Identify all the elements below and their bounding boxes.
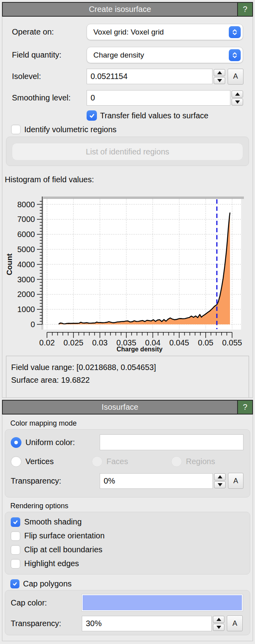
cap-polygons-checkbox[interactable]	[10, 579, 19, 588]
uniform-color-label: Uniform color:	[25, 438, 75, 447]
arrow-down-icon[interactable]	[232, 98, 243, 106]
x-axis-title: Charge density	[117, 346, 163, 353]
regions-option: Regions	[171, 456, 215, 467]
highlight-edges-checkbox[interactable]	[11, 559, 20, 569]
transparency-spinner	[214, 473, 226, 488]
animate-parameter-button[interactable]: A	[228, 69, 243, 85]
x-tick-label: 0.055	[222, 338, 242, 347]
help-button[interactable]: ?	[237, 3, 252, 16]
y-tick-label: 5000	[17, 245, 35, 254]
arrow-down-icon[interactable]	[214, 481, 226, 488]
vertices-option: Vertices	[11, 456, 92, 467]
faces-radio	[92, 456, 102, 467]
vertices-radio[interactable]	[11, 456, 21, 467]
panel-body: Color mapping mode Uniform color: Vertic…	[2, 415, 253, 641]
uniform-color-row: Uniform color:	[11, 434, 243, 451]
cap-color-swatch[interactable]	[82, 594, 243, 611]
regions-group: List of identified regions	[6, 137, 249, 166]
x-tick-label: 0.03	[92, 338, 108, 347]
transfer-row: Transfer field values to surface	[2, 110, 253, 121]
arrow-up-icon[interactable]	[214, 69, 225, 76]
arrow-up-icon[interactable]	[214, 473, 226, 480]
panel-header-isosurface[interactable]: Isosurface ?	[2, 400, 253, 415]
help-button[interactable]: ?	[237, 401, 252, 414]
y-tick-label: 3000	[17, 275, 35, 284]
mapping-mode-radios-row: Vertices Faces Regions	[11, 455, 243, 468]
y-tick-label: 0	[31, 320, 35, 329]
rendering-options-row: Rendering options	[2, 501, 253, 511]
arrow-down-icon[interactable]	[214, 77, 225, 84]
transfer-field-values-checkbox[interactable]	[87, 110, 97, 121]
checkmark-icon	[12, 581, 17, 586]
cap-transparency-input[interactable]	[82, 616, 212, 631]
cap-transparency-label: Transparency:	[11, 619, 82, 628]
checkmark-icon	[89, 113, 95, 119]
flip-surface-orientation-checkbox[interactable]	[11, 531, 20, 541]
cap-color-label: Cap color:	[11, 598, 82, 607]
isolevel-input[interactable]	[87, 69, 212, 84]
highlight-edges-label: Highlight edges	[24, 559, 79, 568]
plot-frame-shadow-top	[41, 197, 244, 199]
y-tick-label: 2000	[17, 290, 35, 299]
panel-title: Create isosurface	[3, 3, 237, 16]
smoothing-level-input[interactable]	[87, 90, 230, 106]
isolevel-label: Isolevel:	[12, 72, 87, 81]
animate-parameter-button[interactable]: A	[228, 473, 243, 489]
isolevel-spinner	[214, 69, 225, 84]
x-tick-label: 0.05	[198, 338, 213, 347]
transparency-label: Transparency:	[11, 476, 100, 486]
uniform-color-radio[interactable]	[11, 437, 21, 448]
uniform-color-swatch[interactable]	[100, 434, 243, 450]
identify-volumetric-regions-checkbox[interactable]	[11, 125, 21, 134]
y-tick-label: 8000	[17, 200, 35, 209]
smooth-shading-checkbox[interactable]	[11, 517, 20, 527]
animate-parameter-button[interactable]: A	[227, 615, 243, 631]
field-quantity-select[interactable]: Charge density	[87, 47, 243, 63]
cap-transparency-spinner	[213, 616, 224, 631]
vertices-label: Vertices	[25, 457, 54, 466]
field-quantity-value: Charge density	[93, 51, 144, 60]
panel-body: Operate on: Voxel grid: Voxel grid Field…	[2, 17, 253, 398]
field-value-range-text: Field value range: [0.0218688, 0.054653]	[11, 361, 244, 374]
isolevel-row: Isolevel: A	[2, 68, 253, 85]
cap-polygons-label: Cap polygons	[23, 579, 71, 588]
arrow-up-icon[interactable]	[213, 616, 224, 623]
smooth-shading-label: Smooth shading	[24, 517, 82, 526]
histogram-title: Histogram of field values:	[5, 175, 94, 184]
x-tick-label: 0.025	[64, 338, 83, 347]
regions-radio	[171, 456, 182, 467]
histogram-title-row: Histogram of field values:	[2, 175, 253, 184]
y-tick-label: 6000	[17, 230, 35, 239]
list-identified-regions-button: List of identified regions	[12, 143, 243, 160]
identify-volumetric-regions-label: Identify volumetric regions	[24, 125, 116, 134]
rendering-options-group: Smooth shading Flip surface orientation …	[5, 512, 250, 575]
y-tick-label: 7000	[17, 215, 35, 224]
x-tick-label: 0.045	[169, 338, 189, 347]
operate-on-value: Voxel grid: Voxel grid	[93, 28, 164, 37]
flip-surface-orientation-label: Flip surface orientation	[24, 531, 104, 540]
panel-header-create-isosurface[interactable]: Create isosurface ?	[2, 2, 253, 17]
clip-boundaries-row: Clip at cell boundaries	[11, 543, 244, 557]
y-tick-label: 1000	[17, 305, 35, 314]
transfer-field-values-label: Transfer field values to surface	[100, 111, 209, 120]
x-tick-label: 0.02	[39, 338, 55, 347]
operate-on-select[interactable]: Voxel grid: Voxel grid	[87, 24, 243, 40]
cap-color-row: Cap color:	[11, 594, 243, 611]
faces-label: Faces	[106, 457, 128, 466]
clip-cell-boundaries-checkbox[interactable]	[11, 545, 20, 555]
popup-chevrons-icon	[229, 26, 241, 38]
arrow-down-icon[interactable]	[213, 624, 224, 631]
operate-on-label: Operate on:	[12, 27, 87, 37]
panel-title: Isosurface	[3, 401, 237, 414]
rendering-options-label: Rendering options	[10, 502, 68, 510]
smoothing-level-label: Smoothing level:	[12, 93, 87, 102]
color-mapping-mode-label: Color mapping mode	[10, 419, 77, 428]
histogram-svg: 010002000300040005000600070008000Count0.…	[2, 191, 253, 353]
color-mapping-group: Uniform color: Vertices Faces Regions	[5, 429, 250, 497]
operate-on-row: Operate on: Voxel grid: Voxel grid	[2, 24, 253, 40]
transparency-input[interactable]	[100, 473, 213, 489]
arrow-up-icon[interactable]	[232, 91, 243, 98]
transparency-row: Transparency: A	[11, 472, 243, 489]
result-info-box: Field value range: [0.0218688, 0.054653]…	[6, 356, 249, 398]
y-axis-title: Count	[5, 253, 14, 276]
